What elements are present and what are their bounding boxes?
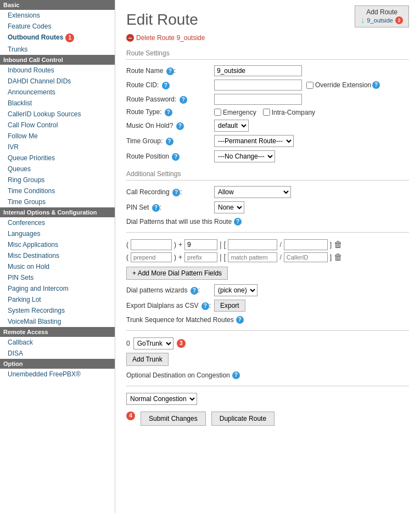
sidebar-item-queues[interactable]: Queues bbox=[0, 164, 115, 174]
sidebar-link-disa[interactable]: DISA bbox=[8, 349, 23, 357]
dial-patterns-wizards-select[interactable]: (pick one) bbox=[214, 284, 257, 296]
call-recording-help-icon[interactable]: ? bbox=[172, 189, 180, 196]
sidebar-link-ivr[interactable]: IVR bbox=[8, 143, 19, 151]
route-password-input[interactable] bbox=[214, 94, 302, 105]
sidebar-item-misc-applications[interactable]: Misc Applications bbox=[0, 239, 115, 250]
route-password-help-icon[interactable]: ? bbox=[180, 96, 187, 104]
sidebar-item-follow-me[interactable]: Follow Me bbox=[0, 131, 115, 142]
sidebar-item-languages[interactable]: Languages bbox=[0, 228, 115, 239]
add-route-button[interactable]: Add Route ↓ 9_outside 2 bbox=[355, 5, 409, 27]
sidebar-link-feature-codes[interactable]: Feature Codes bbox=[8, 22, 51, 30]
sidebar-item-parking-lot[interactable]: Parking Lot bbox=[0, 294, 115, 305]
sidebar-link-voicemail-blasting[interactable]: VoiceMail Blasting bbox=[8, 318, 61, 325]
trunk-select[interactable]: GoTrunk bbox=[133, 337, 173, 349]
override-extension-help-icon[interactable]: ? bbox=[372, 81, 380, 89]
sidebar-item-voicemail-blasting[interactable]: VoiceMail Blasting bbox=[0, 316, 115, 327]
sidebar-item-ring-groups[interactable]: Ring Groups bbox=[0, 174, 115, 185]
sidebar-link-system-recordings[interactable]: System Recordings bbox=[8, 307, 65, 314]
sidebar-link-ring-groups[interactable]: Ring Groups bbox=[8, 176, 44, 184]
sidebar-link-music-on-hold[interactable]: Music on Hold bbox=[8, 263, 49, 270]
sidebar-item-paging-intercom[interactable]: Paging and Intercom bbox=[0, 283, 115, 294]
sidebar-link-time-conditions[interactable]: Time Conditions bbox=[8, 187, 55, 195]
export-dialplans-help-icon[interactable]: ? bbox=[201, 302, 209, 310]
sidebar-item-queue-priorities[interactable]: Queue Priorities bbox=[0, 153, 115, 164]
intra-company-checkbox[interactable] bbox=[263, 109, 270, 116]
route-type-help-icon[interactable]: ? bbox=[165, 109, 172, 116]
sidebar-item-disa[interactable]: DISA bbox=[0, 348, 115, 359]
sidebar-link-misc-destinations[interactable]: Misc Destinations bbox=[8, 252, 59, 260]
sidebar-link-follow-me[interactable]: Follow Me bbox=[8, 132, 38, 140]
prefix-input-1[interactable] bbox=[184, 239, 217, 250]
sidebar-item-blacklist[interactable]: Blacklist bbox=[0, 98, 115, 109]
sidebar-link-languages[interactable]: Languages bbox=[8, 230, 40, 238]
sidebar-link-pin-sets[interactable]: PIN Sets bbox=[8, 274, 33, 281]
sidebar-item-system-recordings[interactable]: System Recordings bbox=[0, 305, 115, 316]
route-position-select[interactable]: ---No Change--- bbox=[214, 150, 275, 162]
sidebar-item-extensions[interactable]: Extensions bbox=[0, 10, 115, 21]
sidebar-item-misc-destinations[interactable]: Misc Destinations bbox=[0, 250, 115, 261]
callerid-input-1[interactable] bbox=[284, 239, 328, 250]
delete-route-link[interactable]: – Delete Route 9_outside bbox=[126, 34, 409, 42]
sidebar-link-paging-intercom[interactable]: Paging and Intercom bbox=[8, 285, 69, 292]
trash-icon-2[interactable]: 🗑 bbox=[334, 252, 343, 262]
sidebar-item-time-groups[interactable]: Time Groups bbox=[0, 196, 115, 207]
sidebar-link-queues[interactable]: Queues bbox=[8, 165, 31, 173]
sidebar-link-extensions[interactable]: Extensions bbox=[8, 12, 40, 19]
dial-patterns-help-icon[interactable]: ? bbox=[234, 218, 242, 226]
add-more-dial-pattern-button[interactable]: + Add More Dial Pattern Fields bbox=[126, 267, 228, 280]
sidebar-link-blacklist[interactable]: Blacklist bbox=[8, 99, 32, 107]
export-button[interactable]: Export bbox=[214, 300, 245, 312]
trunk-sequence-help-icon[interactable]: ? bbox=[236, 316, 244, 324]
route-name-input[interactable] bbox=[214, 65, 302, 76]
dial-patterns-wizards-help-icon[interactable]: ? bbox=[191, 287, 198, 295]
route-cid-help-icon[interactable]: ? bbox=[162, 82, 170, 89]
callerid-input-2[interactable] bbox=[284, 252, 328, 262]
sidebar-item-time-conditions[interactable]: Time Conditions bbox=[0, 185, 115, 196]
sidebar-link-unembedded-freepbx[interactable]: Unembedded FreePBX® bbox=[8, 370, 81, 378]
match-pattern-input-2[interactable] bbox=[228, 252, 277, 262]
sidebar-item-announcements[interactable]: Announcements bbox=[0, 87, 115, 98]
sidebar-link-trunks[interactable]: Trunks bbox=[8, 46, 27, 53]
sidebar-item-inbound-routes[interactable]: Inbound Routes bbox=[0, 65, 115, 76]
sidebar-link-time-groups[interactable]: Time Groups bbox=[8, 198, 46, 206]
prefix-input-2[interactable] bbox=[184, 252, 217, 262]
sidebar-item-callerid-lookup-sources[interactable]: CallerID Lookup Sources bbox=[0, 109, 115, 120]
time-group-select[interactable]: ---Permanent Route--- bbox=[214, 135, 294, 147]
congestion-help-icon[interactable]: ? bbox=[232, 371, 240, 379]
prepend-input-1[interactable] bbox=[131, 239, 172, 250]
pin-set-select[interactable]: None bbox=[214, 201, 244, 213]
trash-icon-1[interactable]: 🗑 bbox=[334, 240, 343, 250]
sidebar-link-conferences[interactable]: Conferences bbox=[8, 219, 45, 227]
sidebar-item-outbound-routes[interactable]: Outbound Routes1 bbox=[0, 32, 115, 44]
sidebar-item-callback[interactable]: Callback bbox=[0, 337, 115, 348]
route-position-help-icon[interactable]: ? bbox=[172, 153, 180, 161]
submit-changes-button[interactable]: Submit Changes bbox=[141, 411, 206, 426]
sidebar-link-misc-applications[interactable]: Misc Applications bbox=[8, 241, 58, 249]
call-recording-select[interactable]: Allow Deny Don't Care Always Never bbox=[214, 186, 291, 198]
congestion-select[interactable]: Normal Congestion bbox=[126, 393, 197, 405]
add-trunk-button[interactable]: Add Trunk bbox=[126, 353, 169, 366]
emergency-checkbox[interactable] bbox=[214, 109, 221, 116]
prepend-input-2[interactable] bbox=[131, 252, 172, 262]
sidebar-item-feature-codes[interactable]: Feature Codes bbox=[0, 21, 115, 32]
sidebar-link-callerid-lookup-sources[interactable]: CallerID Lookup Sources bbox=[8, 110, 81, 118]
sidebar-item-dahdi-channel-dids[interactable]: DAHDI Channel DIDs bbox=[0, 76, 115, 87]
sidebar-item-conferences[interactable]: Conferences bbox=[0, 217, 115, 228]
sidebar-link-dahdi-channel-dids[interactable]: DAHDI Channel DIDs bbox=[8, 77, 71, 85]
sidebar-link-inbound-routes[interactable]: Inbound Routes bbox=[8, 66, 54, 74]
sidebar-link-queue-priorities[interactable]: Queue Priorities bbox=[8, 154, 55, 162]
route-cid-input[interactable] bbox=[214, 80, 302, 91]
music-on-hold-select[interactable]: default bbox=[214, 120, 249, 132]
time-group-help-icon[interactable]: ? bbox=[166, 138, 173, 145]
duplicate-route-button[interactable]: Duplicate Route bbox=[211, 411, 275, 426]
sidebar-link-parking-lot[interactable]: Parking Lot bbox=[8, 296, 41, 303]
sidebar-item-trunks[interactable]: Trunks bbox=[0, 44, 115, 55]
match-pattern-input-1[interactable] bbox=[228, 239, 277, 250]
sidebar-item-ivr[interactable]: IVR bbox=[0, 142, 115, 153]
sidebar-link-announcements[interactable]: Announcements bbox=[8, 88, 55, 96]
sidebar-link-call-flow-control[interactable]: Call Flow Control bbox=[8, 121, 58, 129]
pin-set-help-icon[interactable]: ? bbox=[152, 204, 160, 212]
sidebar-item-music-on-hold[interactable]: Music on Hold bbox=[0, 261, 115, 272]
route-name-help-icon[interactable]: ? bbox=[166, 67, 174, 75]
sidebar-link-outbound-routes[interactable]: Outbound Routes bbox=[8, 33, 63, 41]
